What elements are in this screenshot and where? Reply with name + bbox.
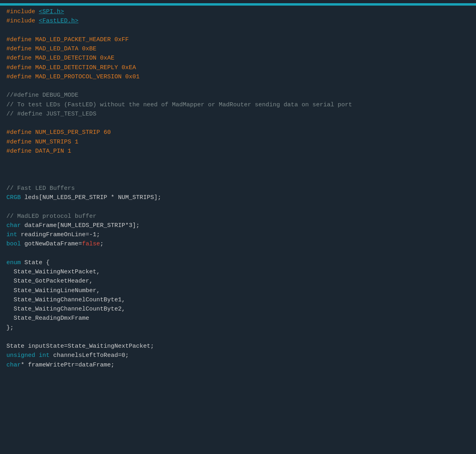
code-token: #define: [6, 74, 35, 80]
code-line: CRGB leds[NUM_LEDS_PER_STRIP * NUM_STRIP…: [0, 193, 476, 202]
code-token: State_WaitingChannelCountByte2,: [6, 306, 125, 313]
code-line: #define MAD_LED_DETECTION 0xAE: [0, 54, 476, 63]
code-token: ;: [100, 241, 104, 247]
code-token: int: [6, 231, 17, 238]
code-line: enum State {: [0, 258, 476, 267]
code-token: State inputState=State_WaitingNextPacket…: [6, 343, 154, 350]
code-line: bool gotNewDataFrame=false;: [0, 239, 476, 249]
code-line: [0, 202, 476, 211]
code-token: channelsLeftToRead=0;: [50, 352, 129, 359]
code-token: MAD_LED_PACKET_HEADER 0xFF: [35, 36, 129, 43]
code-line: #define MAD_LED_DETECTION_REPLY 0xEA: [0, 63, 476, 72]
code-line: State_ReadingDmxFrame: [0, 314, 476, 323]
code-line: char dataFrame[NUM_LEDS_PER_STRIP*3];: [0, 221, 476, 230]
code-line: [0, 333, 476, 342]
code-line: //#define DEBUG_MODE: [0, 91, 476, 100]
code-line: #include <SPI.h>: [0, 7, 476, 16]
code-token: enum: [6, 259, 21, 266]
code-line: [0, 165, 476, 174]
code-token: #include: [6, 8, 39, 15]
code-token: NUM_LEDS_PER_STRIP 60: [35, 129, 111, 136]
code-line: State_WaitingChannelCountByte2,: [0, 305, 476, 314]
code-token: #define: [6, 55, 35, 62]
code-token: //#define DEBUG_MODE: [6, 92, 78, 99]
code-token: // #define JUST_TEST_LEDS: [6, 111, 96, 117]
code-line: [0, 119, 476, 128]
code-token: #define: [6, 129, 35, 136]
code-token: MAD_LED_DETECTION 0xAE: [35, 55, 114, 62]
code-token: DATA_PIN 1: [35, 148, 71, 155]
code-token: State {: [21, 259, 50, 266]
code-line: State_WaitingChannelCountByte1,: [0, 295, 476, 305]
code-token: MAD_LED_DATA 0xBE: [35, 46, 96, 52]
code-token: gotNewDataFrame=: [21, 241, 82, 247]
code-token: unsigned: [6, 352, 35, 359]
code-token: #define: [6, 46, 35, 52]
code-line: // MadLED protocol buffer: [0, 212, 476, 221]
code-token: };: [6, 325, 14, 331]
code-token: [35, 352, 39, 359]
code-token: false: [82, 241, 100, 247]
code-line: #define NUM_LEDS_PER_STRIP 60: [0, 128, 476, 137]
code-line: #define NUM_STRIPS 1: [0, 137, 476, 147]
code-token: leds[NUM_LEDS_PER_STRIP * NUM_STRIPS];: [21, 194, 161, 201]
code-token: // To test LEDs (FastLED) without the ne…: [6, 102, 352, 108]
code-token: readingFrameOnLine=-1;: [17, 231, 100, 238]
code-token: #define: [6, 64, 35, 71]
code-line: State inputState=State_WaitingNextPacket…: [0, 342, 476, 351]
code-token: // Fast LED Buffers: [6, 185, 75, 192]
code-token: int: [39, 352, 50, 359]
code-line: [0, 82, 476, 91]
code-line: };: [0, 323, 476, 333]
code-line: // To test LEDs (FastLED) without the ne…: [0, 100, 476, 110]
code-line: #define MAD_LED_PROTOCOL_VERSION 0x01: [0, 72, 476, 82]
code-line: State_GotPacketHeader,: [0, 277, 476, 286]
code-token: #include: [6, 18, 39, 24]
code-token: #define: [6, 36, 35, 43]
code-token: State_GotPacketHeader,: [6, 278, 93, 285]
code-token: bool: [6, 241, 21, 247]
code-line: [0, 249, 476, 258]
code-token: State_ReadingDmxFrame: [6, 315, 89, 322]
code-line: #define DATA_PIN 1: [0, 147, 476, 156]
code-token: char: [6, 222, 21, 229]
code-token: <SPI.h>: [39, 8, 64, 15]
code-token: MAD_LED_PROTOCOL_VERSION 0x01: [35, 74, 140, 80]
code-line: [0, 26, 476, 35]
code-line: // Fast LED Buffers: [0, 184, 476, 193]
code-token: #define: [6, 139, 35, 145]
code-token: dataFrame[NUM_LEDS_PER_STRIP*3];: [21, 222, 140, 229]
code-token: State_WaitingNextPacket,: [6, 269, 100, 275]
code-token: NUM_STRIPS 1: [35, 139, 78, 145]
code-token: State_WaitingLineNumber,: [6, 287, 100, 294]
code-editor: #include <SPI.h>#include <FastLED.h> #de…: [0, 0, 476, 454]
code-line: State_WaitingNextPacket,: [0, 267, 476, 277]
code-line: #define MAD_LED_DATA 0xBE: [0, 44, 476, 54]
code-line: // #define JUST_TEST_LEDS: [0, 110, 476, 119]
code-line: #include <FastLED.h>: [0, 16, 476, 26]
code-token: #define: [6, 148, 35, 155]
code-token: CRGB: [6, 194, 21, 201]
code-token: // MadLED protocol buffer: [6, 213, 96, 220]
code-token: char: [6, 362, 21, 368]
code-line: int readingFrameOnLine=-1;: [0, 230, 476, 239]
code-line: [0, 175, 476, 184]
code-line: State_WaitingLineNumber,: [0, 286, 476, 295]
code-line: char* frameWritePtr=dataFrame;: [0, 360, 476, 370]
code-content: #include <SPI.h>#include <FastLED.h> #de…: [0, 7, 476, 370]
code-token: * frameWritePtr=dataFrame;: [21, 362, 114, 368]
code-token: <FastLED.h>: [39, 18, 78, 24]
code-token: MAD_LED_DETECTION_REPLY 0xEA: [35, 64, 136, 71]
code-line: #define MAD_LED_PACKET_HEADER 0xFF: [0, 35, 476, 44]
code-line: unsigned int channelsLeftToRead=0;: [0, 351, 476, 360]
code-token: State_WaitingChannelCountByte1,: [6, 297, 125, 303]
code-line: [0, 156, 476, 165]
top-accent-bar: [0, 3, 476, 6]
